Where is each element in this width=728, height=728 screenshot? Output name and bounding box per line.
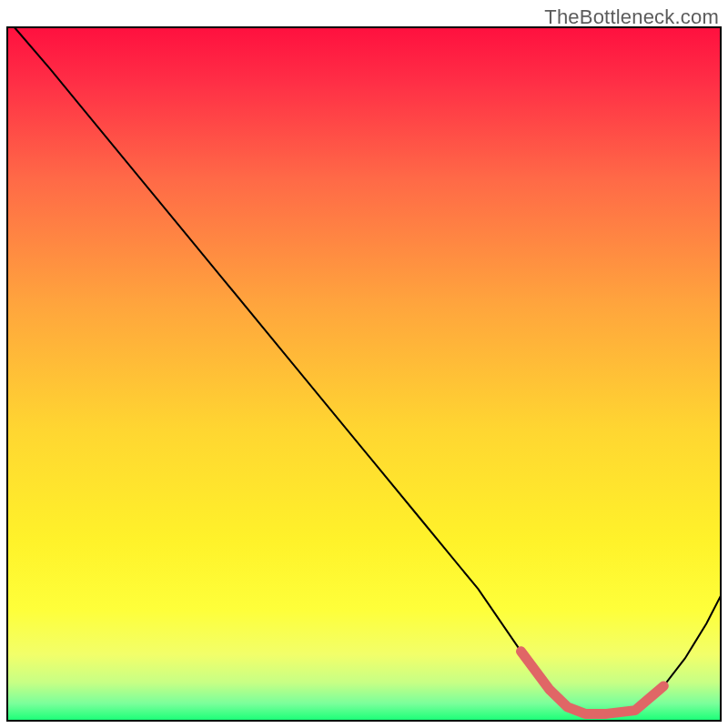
chart-svg <box>0 0 728 728</box>
chart-container: TheBottleneck.com <box>0 0 728 728</box>
gradient-bg <box>7 27 721 721</box>
